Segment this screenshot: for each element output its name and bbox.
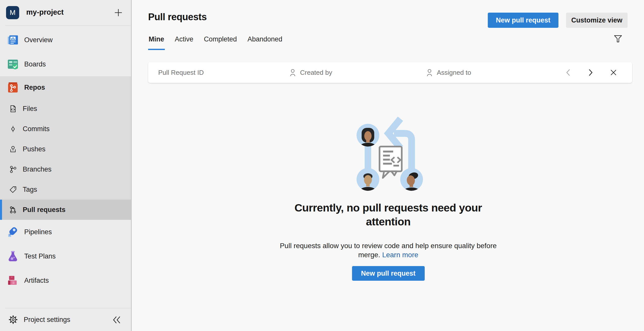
person-icon [289, 68, 297, 77]
tab-mine[interactable]: Mine [148, 34, 165, 50]
pipelines-icon [7, 226, 19, 238]
empty-state-new-pull-request-button[interactable]: New pull request [352, 266, 424, 281]
sidebar-item-label: Branches [23, 166, 51, 173]
customize-view-button[interactable]: Customize view [566, 13, 628, 28]
branches-icon [8, 166, 18, 173]
funnel-icon [614, 35, 622, 43]
assigned-to-filter[interactable]: Assigned to [426, 62, 564, 83]
sidebar-item-branches[interactable]: Branches [0, 159, 131, 179]
chevron-right-icon [588, 68, 594, 77]
next-page-button[interactable] [586, 68, 595, 77]
pull-request-id-filter[interactable] [148, 62, 289, 83]
sidebar-item-label: Pipelines [24, 228, 52, 236]
tab-active[interactable]: Active [174, 34, 194, 50]
created-by-label: Created by [300, 69, 332, 77]
sidebar-item-label: Boards [24, 60, 46, 68]
sidebar-item-files[interactable]: Files [0, 99, 131, 119]
plus-icon [113, 8, 123, 18]
sidebar-item-pushes[interactable]: Pushes [0, 139, 131, 159]
sidebar-nav: Overview Boards [0, 26, 131, 293]
sidebar-item-label: Repos [24, 84, 45, 91]
pushes-icon [8, 145, 18, 153]
sidebar-item-tags[interactable]: Tags [0, 179, 131, 200]
artifacts-icon [7, 274, 19, 287]
add-project-item-button[interactable] [113, 7, 124, 18]
tab-completed[interactable]: Completed [203, 34, 237, 50]
commits-icon [8, 125, 18, 133]
filter-toggle-button[interactable] [614, 35, 622, 43]
pull-request-icon [8, 206, 18, 214]
project-avatar[interactable]: M [6, 6, 19, 19]
collapse-sidebar-button[interactable] [111, 314, 122, 325]
project-sidebar: M my-project [0, 0, 132, 331]
sidebar-item-boards[interactable]: Boards [0, 52, 131, 76]
main-content: Pull requests New pull request Customize… [132, 0, 644, 331]
sidebar-item-label: Project settings [24, 316, 70, 324]
tags-icon [8, 186, 18, 194]
pull-request-tabs: Mine Active Completed Abandoned [148, 34, 283, 50]
app-window: M my-project [0, 0, 644, 331]
sidebar-item-artifacts[interactable]: Artifacts [0, 268, 131, 293]
learn-more-link[interactable]: Learn more [382, 251, 418, 259]
created-by-filter[interactable]: Created by [289, 62, 426, 83]
sidebar-item-label: Commits [23, 125, 50, 133]
sidebar-item-overview[interactable]: Overview [0, 28, 131, 52]
tab-abandoned[interactable]: Abandoned [247, 34, 283, 50]
filter-bar: Created by Assigned to [148, 62, 632, 83]
sidebar-item-label: Tags [23, 186, 37, 194]
new-pull-request-button[interactable]: New pull request [488, 13, 558, 28]
sidebar-footer: Project settings [0, 308, 131, 331]
overview-icon [7, 34, 19, 46]
empty-state-description: Pull requests allow you to review code a… [132, 241, 644, 259]
person-icon [426, 68, 433, 77]
chevron-left-icon [565, 68, 571, 77]
clear-filters-button[interactable] [609, 68, 618, 77]
empty-state-heading: Currently, no pull requests need your at… [132, 201, 644, 229]
sidebar-item-pull-requests[interactable]: Pull requests [0, 200, 131, 220]
boards-icon [7, 58, 19, 70]
project-avatar-initial: M [10, 9, 15, 17]
files-icon [8, 105, 18, 113]
gear-icon [8, 315, 18, 324]
page-title: Pull requests [148, 12, 207, 22]
repos-icon [7, 81, 19, 93]
test-plans-icon [7, 250, 19, 262]
double-chevron-left-icon [112, 316, 122, 324]
sidebar-item-label: Pull requests [23, 206, 66, 214]
sidebar-item-test-plans[interactable]: Test Plans [0, 244, 131, 268]
assigned-to-label: Assigned to [437, 69, 471, 77]
sidebar-item-label: Files [23, 105, 37, 113]
previous-page-button[interactable] [564, 68, 573, 77]
pull-request-empty-illustration [351, 111, 429, 197]
sidebar-item-label: Test Plans [24, 252, 56, 260]
sidebar-item-commits[interactable]: Commits [0, 119, 131, 139]
repos-section: Repos Files [0, 76, 131, 220]
close-icon [610, 69, 617, 76]
project-header: M my-project [0, 0, 131, 26]
sidebar-item-repos[interactable]: Repos [0, 76, 131, 99]
sidebar-item-label: Pushes [23, 145, 45, 153]
filter-pager [564, 68, 632, 77]
sidebar-item-label: Artifacts [24, 277, 49, 285]
project-name[interactable]: my-project [26, 8, 64, 16]
sidebar-item-label: Overview [24, 36, 53, 44]
sidebar-item-project-settings[interactable]: Project settings [0, 308, 131, 331]
sidebar-item-pipelines[interactable]: Pipelines [0, 220, 131, 244]
pull-request-id-input[interactable] [158, 69, 289, 77]
